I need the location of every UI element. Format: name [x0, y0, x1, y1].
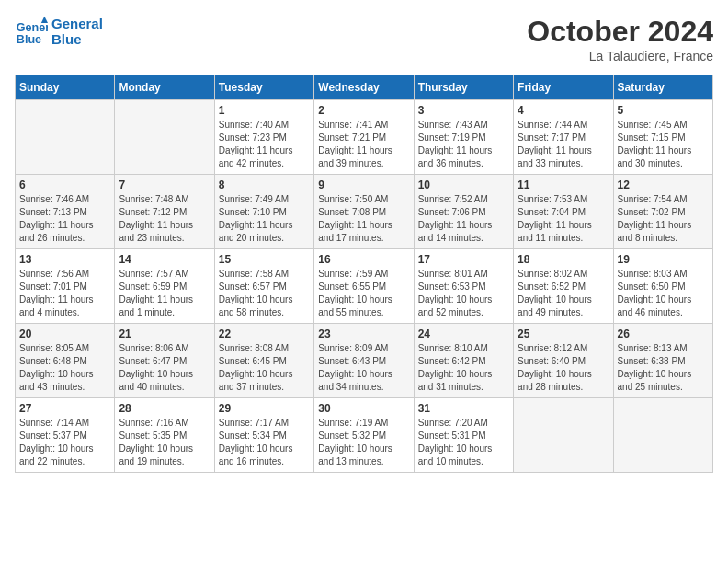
day-number: 25: [518, 327, 609, 340]
calendar-cell: 22Sunrise: 8:08 AM Sunset: 6:45 PM Dayli…: [214, 324, 313, 398]
day-info: Sunrise: 7:43 AM Sunset: 7:19 PM Dayligh…: [418, 119, 509, 170]
calendar-cell: 29Sunrise: 7:17 AM Sunset: 5:34 PM Dayli…: [214, 398, 313, 473]
logo-icon: General Blue: [15, 15, 48, 48]
day-info: Sunrise: 7:20 AM Sunset: 5:31 PM Dayligh…: [418, 417, 509, 468]
calendar-cell: 11Sunrise: 7:53 AM Sunset: 7:04 PM Dayli…: [514, 175, 613, 249]
day-number: 3: [418, 104, 509, 117]
weekday-thursday: Thursday: [414, 75, 513, 100]
day-number: 16: [318, 253, 409, 266]
week-row-5: 27Sunrise: 7:14 AM Sunset: 5:37 PM Dayli…: [16, 398, 713, 473]
calendar-cell: 5Sunrise: 7:45 AM Sunset: 7:15 PM Daylig…: [613, 100, 712, 175]
day-number: 8: [219, 178, 310, 191]
calendar-cell: 27Sunrise: 7:14 AM Sunset: 5:37 PM Dayli…: [16, 398, 115, 473]
day-number: 27: [19, 402, 110, 415]
day-info: Sunrise: 8:09 AM Sunset: 6:43 PM Dayligh…: [318, 342, 409, 394]
calendar-cell: 26Sunrise: 8:13 AM Sunset: 6:38 PM Dayli…: [613, 324, 712, 398]
calendar-cell: 18Sunrise: 8:02 AM Sunset: 6:52 PM Dayli…: [514, 249, 613, 324]
day-number: 21: [119, 327, 210, 340]
week-row-2: 6Sunrise: 7:46 AM Sunset: 7:13 PM Daylig…: [16, 175, 713, 249]
day-info: Sunrise: 8:13 AM Sunset: 6:38 PM Dayligh…: [618, 342, 709, 394]
week-row-4: 20Sunrise: 8:05 AM Sunset: 6:48 PM Dayli…: [16, 324, 713, 398]
logo-blue: Blue: [51, 31, 103, 47]
day-info: Sunrise: 7:50 AM Sunset: 7:08 PM Dayligh…: [318, 193, 409, 245]
day-number: 26: [618, 327, 709, 340]
calendar-table: SundayMondayTuesdayWednesdayThursdayFrid…: [15, 75, 713, 473]
day-number: 23: [318, 327, 409, 340]
calendar-cell: 28Sunrise: 7:16 AM Sunset: 5:35 PM Dayli…: [115, 398, 214, 473]
week-row-3: 13Sunrise: 7:56 AM Sunset: 7:01 PM Dayli…: [16, 249, 713, 324]
calendar-cell: 12Sunrise: 7:54 AM Sunset: 7:02 PM Dayli…: [613, 175, 712, 249]
day-number: 18: [518, 253, 609, 266]
day-info: Sunrise: 7:53 AM Sunset: 7:04 PM Dayligh…: [518, 193, 609, 245]
day-number: 19: [618, 253, 709, 266]
calendar-cell: 20Sunrise: 8:05 AM Sunset: 6:48 PM Dayli…: [16, 324, 115, 398]
day-number: 29: [219, 402, 310, 415]
calendar-cell: 10Sunrise: 7:52 AM Sunset: 7:06 PM Dayli…: [414, 175, 513, 249]
calendar-cell: 9Sunrise: 7:50 AM Sunset: 7:08 PM Daylig…: [314, 175, 414, 249]
day-number: 4: [518, 104, 609, 117]
day-info: Sunrise: 8:02 AM Sunset: 6:52 PM Dayligh…: [518, 268, 609, 319]
day-info: Sunrise: 7:58 AM Sunset: 6:57 PM Dayligh…: [219, 268, 310, 319]
page-header: General Blue General Blue October 2024 L…: [15, 15, 713, 63]
month-title: October 2024: [527, 15, 713, 49]
day-info: Sunrise: 7:57 AM Sunset: 6:59 PM Dayligh…: [119, 268, 210, 319]
day-number: 2: [318, 104, 409, 117]
day-number: 28: [119, 402, 210, 415]
calendar-cell: 8Sunrise: 7:49 AM Sunset: 7:10 PM Daylig…: [214, 175, 313, 249]
day-info: Sunrise: 8:03 AM Sunset: 6:50 PM Dayligh…: [618, 268, 709, 319]
calendar-body: 1Sunrise: 7:40 AM Sunset: 7:23 PM Daylig…: [16, 100, 713, 473]
day-number: 12: [618, 178, 709, 191]
weekday-tuesday: Tuesday: [214, 75, 313, 100]
day-number: 31: [418, 402, 509, 415]
calendar-cell: 1Sunrise: 7:40 AM Sunset: 7:23 PM Daylig…: [214, 100, 313, 175]
calendar-cell: [16, 100, 115, 175]
day-info: Sunrise: 7:46 AM Sunset: 7:13 PM Dayligh…: [19, 193, 110, 245]
logo: General Blue General Blue: [15, 15, 103, 48]
calendar-cell: [514, 398, 613, 473]
calendar-cell: 4Sunrise: 7:44 AM Sunset: 7:17 PM Daylig…: [514, 100, 613, 175]
day-info: Sunrise: 7:45 AM Sunset: 7:15 PM Dayligh…: [618, 119, 709, 170]
svg-text:Blue: Blue: [17, 33, 41, 46]
day-number: 11: [518, 178, 609, 191]
day-info: Sunrise: 7:41 AM Sunset: 7:21 PM Dayligh…: [318, 119, 409, 170]
day-info: Sunrise: 7:19 AM Sunset: 5:32 PM Dayligh…: [318, 417, 409, 468]
day-number: 17: [418, 253, 509, 266]
calendar-cell: 6Sunrise: 7:46 AM Sunset: 7:13 PM Daylig…: [16, 175, 115, 249]
day-info: Sunrise: 7:16 AM Sunset: 5:35 PM Dayligh…: [119, 417, 210, 468]
day-info: Sunrise: 7:48 AM Sunset: 7:12 PM Dayligh…: [119, 193, 210, 245]
day-info: Sunrise: 8:05 AM Sunset: 6:48 PM Dayligh…: [19, 342, 110, 394]
day-info: Sunrise: 7:14 AM Sunset: 5:37 PM Dayligh…: [19, 417, 110, 468]
day-info: Sunrise: 8:12 AM Sunset: 6:40 PM Dayligh…: [518, 342, 609, 394]
day-number: 20: [19, 327, 110, 340]
location: La Talaudiere, France: [527, 49, 713, 63]
title-block: October 2024 La Talaudiere, France: [527, 15, 713, 63]
day-info: Sunrise: 7:17 AM Sunset: 5:34 PM Dayligh…: [219, 417, 310, 468]
day-number: 30: [318, 402, 409, 415]
calendar-cell: 25Sunrise: 8:12 AM Sunset: 6:40 PM Dayli…: [514, 324, 613, 398]
day-info: Sunrise: 7:49 AM Sunset: 7:10 PM Dayligh…: [219, 193, 310, 245]
calendar-cell: 24Sunrise: 8:10 AM Sunset: 6:42 PM Dayli…: [414, 324, 513, 398]
weekday-sunday: Sunday: [16, 75, 115, 100]
day-info: Sunrise: 8:08 AM Sunset: 6:45 PM Dayligh…: [219, 342, 310, 394]
day-info: Sunrise: 8:10 AM Sunset: 6:42 PM Dayligh…: [418, 342, 509, 394]
day-number: 9: [318, 178, 409, 191]
calendar-cell: [115, 100, 214, 175]
day-info: Sunrise: 7:59 AM Sunset: 6:55 PM Dayligh…: [318, 268, 409, 319]
day-info: Sunrise: 7:52 AM Sunset: 7:06 PM Dayligh…: [418, 193, 509, 245]
day-number: 22: [219, 327, 310, 340]
weekday-wednesday: Wednesday: [314, 75, 414, 100]
calendar-cell: 31Sunrise: 7:20 AM Sunset: 5:31 PM Dayli…: [414, 398, 513, 473]
calendar-cell: 16Sunrise: 7:59 AM Sunset: 6:55 PM Dayli…: [314, 249, 414, 324]
day-number: 24: [418, 327, 509, 340]
day-info: Sunrise: 7:56 AM Sunset: 7:01 PM Dayligh…: [19, 268, 110, 319]
calendar-cell: 2Sunrise: 7:41 AM Sunset: 7:21 PM Daylig…: [314, 100, 414, 175]
calendar-cell: 23Sunrise: 8:09 AM Sunset: 6:43 PM Dayli…: [314, 324, 414, 398]
day-info: Sunrise: 8:06 AM Sunset: 6:47 PM Dayligh…: [119, 342, 210, 394]
calendar-cell: 3Sunrise: 7:43 AM Sunset: 7:19 PM Daylig…: [414, 100, 513, 175]
svg-marker-2: [41, 17, 48, 23]
calendar-cell: 30Sunrise: 7:19 AM Sunset: 5:32 PM Dayli…: [314, 398, 414, 473]
day-number: 5: [618, 104, 709, 117]
day-number: 13: [19, 253, 110, 266]
day-info: Sunrise: 8:01 AM Sunset: 6:53 PM Dayligh…: [418, 268, 509, 319]
day-number: 6: [19, 178, 110, 191]
